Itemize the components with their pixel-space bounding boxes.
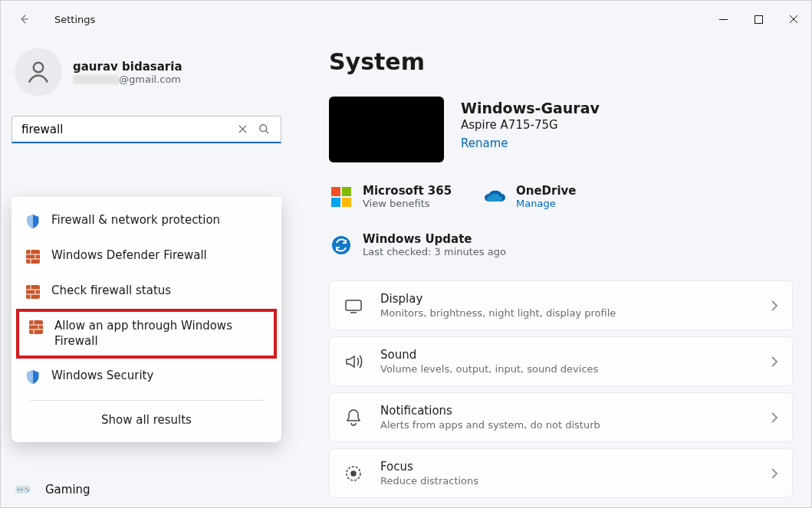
svg-point-8 [18,489,19,490]
device-model: Aspire A715-75G [461,118,600,132]
svg-point-3 [259,125,266,132]
search-input[interactable] [20,122,232,137]
close-icon [789,15,798,24]
brick-wall-icon [25,249,41,264]
svg-point-19 [351,471,356,476]
rename-link[interactable]: Rename [461,136,600,150]
brick-wall-icon [28,320,44,335]
svg-rect-12 [331,187,340,196]
page-title: System [329,48,793,75]
chevron-right-icon [771,467,778,480]
divider [30,400,263,401]
chevron-right-icon [771,411,778,424]
main-content: System Windows-Gaurav Aspire A715-75G Re… [292,38,811,507]
sidebar-item-gaming[interactable]: Gaming [15,483,90,497]
quick-windows-update[interactable]: Windows Update Last checked: 3 minutes a… [329,232,506,257]
search-result-item-highlighted[interactable]: Allow an app through Windows Firewall [16,309,277,359]
titlebar: Settings [1,1,811,38]
sync-icon [329,233,353,257]
ms365-icon [329,185,353,209]
search-icon [258,123,270,135]
arrow-left-icon [17,12,31,26]
chevron-right-icon [771,356,778,368]
search-result-item[interactable]: Windows Security [12,359,281,394]
svg-rect-5 [26,285,40,299]
settings-window: Settings gaurav bidasaria [0,0,812,508]
back-button[interactable] [8,4,39,34]
close-button[interactable] [776,6,811,32]
maximize-button[interactable] [741,6,776,32]
sidebar: gaurav bidasaria @gmail.com [1,38,292,507]
person-icon [25,58,52,86]
x-icon [238,125,247,133]
search-button[interactable] [253,119,275,140]
display-icon [344,296,363,316]
minimize-icon [719,15,728,24]
search-box[interactable] [12,116,281,143]
bell-icon [344,408,363,428]
email-redacted [73,75,119,84]
svg-rect-14 [331,198,340,207]
profile-email: @gmail.com [73,74,182,85]
profile-name: gaurav bidasaria [73,60,182,74]
search-result-item[interactable]: Windows Defender Firewall [12,238,281,274]
profile[interactable]: gaurav bidasaria @gmail.com [12,48,281,96]
focus-icon [344,464,363,483]
svg-rect-4 [26,250,40,264]
onedrive-icon [482,185,507,209]
card-notifications[interactable]: Notifications Alerts from apps and syste… [329,392,793,442]
search-clear-button[interactable] [232,119,253,140]
svg-point-11 [28,490,29,491]
svg-rect-6 [29,320,43,334]
svg-rect-1 [754,15,762,23]
quick-row: Microsoft 365 View benefits OneDrive Man… [329,184,793,257]
search-result-item[interactable]: Check firewall status [12,274,281,309]
device-name: Windows-Gaurav [461,100,600,116]
svg-rect-15 [342,198,351,207]
svg-rect-0 [719,19,728,20]
show-all-results[interactable]: Show all results [12,405,281,430]
shield-icon [25,369,41,385]
card-display[interactable]: Display Monitors, brightness, night ligh… [329,280,793,330]
svg-rect-13 [342,187,351,196]
chevron-right-icon [771,300,778,312]
brick-wall-icon [25,284,41,300]
search-results-dropdown: Firewall & network protection Windows De… [12,197,281,442]
device-thumbnail [329,97,444,162]
shield-icon [25,214,41,229]
quick-ms365[interactable]: Microsoft 365 View benefits [329,184,459,209]
device-row: Windows-Gaurav Aspire A715-75G Rename [329,97,793,162]
card-sound[interactable]: Sound Volume levels, output, input, soun… [329,336,793,386]
svg-rect-17 [346,300,361,310]
title-text: Settings [54,14,95,25]
quick-onedrive[interactable]: OneDrive Manage [482,184,613,209]
gamepad-icon [15,483,31,496]
avatar [15,48,62,96]
svg-point-2 [34,63,44,73]
maximize-icon [754,15,763,24]
svg-point-9 [21,489,22,490]
svg-point-10 [25,488,27,490]
search-result-item[interactable]: Firewall & network protection [12,203,281,238]
minimize-button[interactable] [705,6,741,32]
sound-icon [344,352,363,372]
card-focus[interactable]: Focus Reduce distractions [329,448,793,498]
